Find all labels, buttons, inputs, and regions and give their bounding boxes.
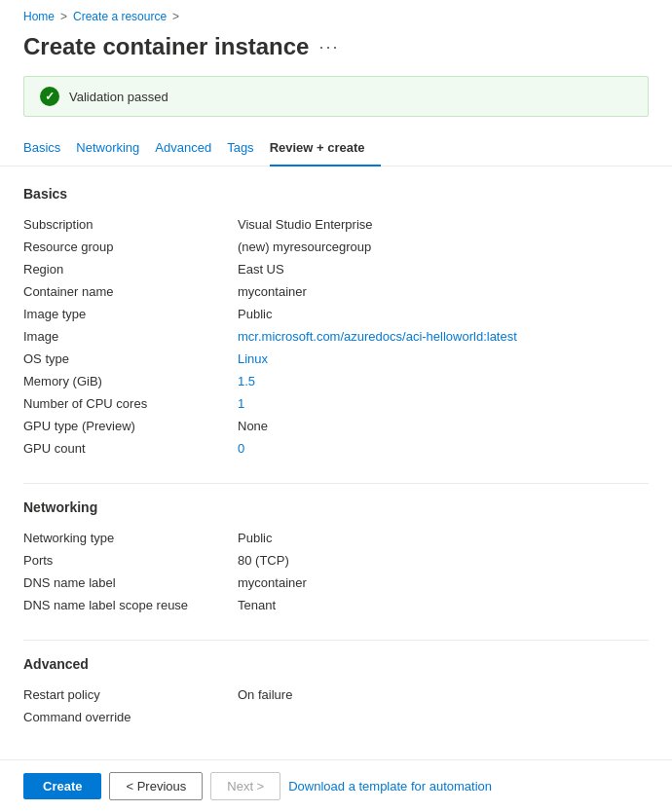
field-label: Region <box>23 262 238 277</box>
field-label: Networking type <box>23 531 238 545</box>
field-row: GPU count0 <box>23 437 649 460</box>
field-value: 0 <box>238 441 244 456</box>
field-value: Tenant <box>238 598 276 612</box>
download-template-link[interactable]: Download a template for automation <box>288 779 492 794</box>
advanced-title: Advanced <box>23 656 649 672</box>
field-row: Image typePublic <box>23 303 649 325</box>
basics-title: Basics <box>23 186 649 202</box>
field-value: On failure <box>238 687 292 702</box>
page-title: Create container instance <box>23 33 309 60</box>
field-row: SubscriptionVisual Studio Enterprise <box>23 213 649 236</box>
footer-bar: Create < Previous Next > Download a temp… <box>0 759 672 812</box>
field-row: Imagemcr.microsoft.com/azuredocs/aci-hel… <box>23 325 649 348</box>
field-value: 1.5 <box>238 374 255 388</box>
field-row: RegionEast US <box>23 258 649 280</box>
field-label: DNS name label <box>23 575 238 590</box>
tab-review[interactable]: Review + create <box>270 132 381 166</box>
field-label: Ports <box>23 553 238 568</box>
more-options-icon[interactable]: ··· <box>318 37 339 57</box>
next-button[interactable]: Next > <box>210 772 280 800</box>
field-row: DNS name label scope reuseTenant <box>23 594 649 616</box>
field-value: Public <box>238 307 272 321</box>
networking-title: Networking <box>23 499 649 515</box>
field-label: GPU type (Preview) <box>23 419 238 433</box>
tab-advanced[interactable]: Advanced <box>155 132 227 166</box>
breadcrumb-sep2: > <box>172 10 179 23</box>
field-label: Image <box>23 329 238 344</box>
validation-icon <box>40 87 59 106</box>
main-content: BasicsSubscriptionVisual Studio Enterpri… <box>0 166 672 810</box>
field-label: Command override <box>23 710 238 724</box>
field-label: Restart policy <box>23 687 238 702</box>
field-row: DNS name labelmycontainer <box>23 572 649 594</box>
field-value: 1 <box>238 396 244 411</box>
field-label: Number of CPU cores <box>23 396 238 411</box>
field-label: GPU count <box>23 441 238 456</box>
tab-tags[interactable]: Tags <box>227 132 269 166</box>
field-value: Linux <box>238 351 268 366</box>
field-label: Image type <box>23 307 238 321</box>
field-row: Networking typePublic <box>23 527 649 549</box>
validation-banner: Validation passed <box>23 76 649 117</box>
field-value: mcr.microsoft.com/azuredocs/aci-hellowor… <box>238 329 517 344</box>
breadcrumb-create-resource[interactable]: Create a resource <box>73 10 167 23</box>
field-value: Visual Studio Enterprise <box>238 217 373 232</box>
field-label: Memory (GiB) <box>23 374 238 388</box>
field-label: Container name <box>23 284 238 299</box>
advanced-section: AdvancedRestart policyOn failureCommand … <box>23 656 649 728</box>
breadcrumb-sep1: > <box>60 10 67 23</box>
field-row: Ports80 (TCP) <box>23 549 649 572</box>
field-value: Public <box>238 531 272 545</box>
field-value: East US <box>238 262 284 277</box>
field-row: Number of CPU cores1 <box>23 392 649 415</box>
field-value: mycontainer <box>238 575 307 590</box>
breadcrumb: Home > Create a resource > <box>0 0 672 29</box>
field-row: Container namemycontainer <box>23 280 649 303</box>
previous-button[interactable]: < Previous <box>109 772 203 800</box>
tab-basics[interactable]: Basics <box>23 132 76 166</box>
create-button[interactable]: Create <box>23 773 101 799</box>
field-row: Command override <box>23 706 649 728</box>
field-value: (new) myresourcegroup <box>238 240 371 254</box>
basics-section: BasicsSubscriptionVisual Studio Enterpri… <box>23 186 649 460</box>
tab-bar: BasicsNetworkingAdvancedTagsReview + cre… <box>0 132 672 166</box>
field-row: GPU type (Preview)None <box>23 415 649 437</box>
field-row: Restart policyOn failure <box>23 683 649 706</box>
field-label: DNS name label scope reuse <box>23 598 238 612</box>
field-label: Subscription <box>23 217 238 232</box>
validation-text: Validation passed <box>69 90 168 104</box>
field-row: Resource group(new) myresourcegroup <box>23 236 649 258</box>
field-row: OS typeLinux <box>23 348 649 370</box>
field-value: mycontainer <box>238 284 307 299</box>
field-value: 80 (TCP) <box>238 553 289 568</box>
breadcrumb-home[interactable]: Home <box>23 10 55 23</box>
field-row: Memory (GiB)1.5 <box>23 370 649 392</box>
page-header: Create container instance ··· <box>0 29 672 76</box>
field-label: Resource group <box>23 240 238 254</box>
field-label: OS type <box>23 351 238 366</box>
tab-networking[interactable]: Networking <box>76 132 155 166</box>
networking-section: NetworkingNetworking typePublicPorts80 (… <box>23 499 649 616</box>
field-value: None <box>238 419 268 433</box>
